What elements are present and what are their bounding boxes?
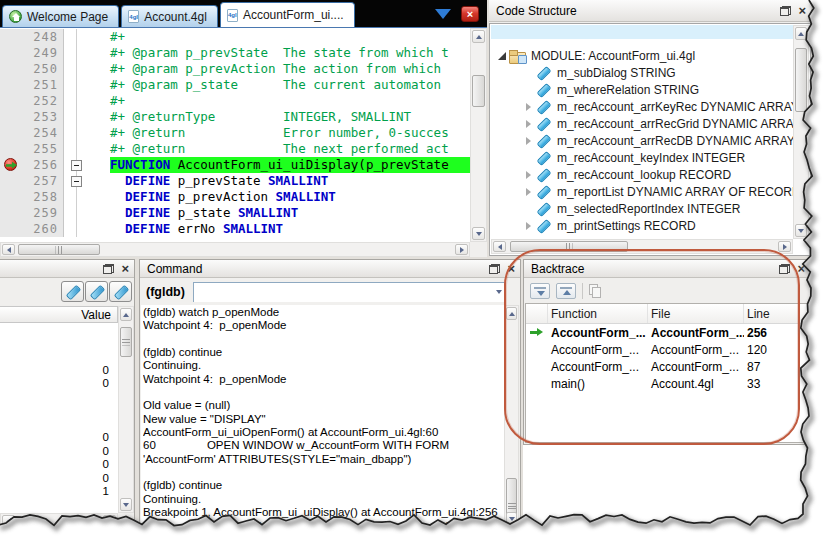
scroll-right-icon[interactable] bbox=[455, 244, 468, 255]
tree-item[interactable]: m_recAccount_arrRecGrid DYNAMIC ARRAY ( bbox=[491, 115, 793, 132]
close-icon[interactable]: × bbox=[121, 264, 129, 274]
code-line[interactable]: 250#+ @param p_prevAction The action fro… bbox=[0, 61, 470, 77]
watch-value-cell[interactable]: 0 bbox=[0, 431, 118, 445]
code-cell[interactable]: #+ @param p_prevState The state from whi… bbox=[84, 45, 470, 61]
float-panel-icon[interactable] bbox=[103, 264, 114, 274]
code-line[interactable]: 255#+ @return The next performed act bbox=[0, 141, 470, 157]
scroll-down-icon[interactable] bbox=[120, 498, 132, 511]
code-cell[interactable]: DEFINE p_state SMALLINT bbox=[84, 205, 470, 221]
watch-value-cell[interactable] bbox=[0, 350, 118, 364]
editor-tab[interactable]: Welcome Page bbox=[2, 5, 119, 27]
scroll-down-icon[interactable] bbox=[472, 227, 485, 240]
watch-value-cell[interactable]: 0 bbox=[0, 472, 118, 486]
code-line[interactable]: 252#+ bbox=[0, 93, 470, 109]
watch-value-cell[interactable] bbox=[0, 391, 118, 405]
expand-icon[interactable] bbox=[521, 120, 535, 128]
breakpoint-current-line-icon[interactable] bbox=[4, 158, 17, 171]
watch-value-cell[interactable] bbox=[0, 337, 118, 351]
value-column-header[interactable]: Value bbox=[0, 306, 118, 323]
float-panel-icon[interactable] bbox=[489, 264, 500, 274]
scroll-left-icon[interactable] bbox=[2, 515, 15, 526]
scroll-left-icon[interactable] bbox=[493, 241, 506, 252]
scrollbar-thumb[interactable] bbox=[18, 244, 100, 255]
tree-item[interactable]: m_whereRelation STRING bbox=[491, 81, 793, 98]
code-cell[interactable]: #+ @param p_prevAction The action from w… bbox=[84, 61, 470, 77]
expand-icon[interactable] bbox=[521, 103, 535, 111]
close-icon[interactable]: × bbox=[798, 6, 806, 16]
code-cell[interactable]: #+ bbox=[84, 93, 470, 109]
tree-vertical-scrollbar[interactable] bbox=[793, 25, 809, 239]
watch-value-cell[interactable]: 1 bbox=[0, 485, 118, 499]
command-output[interactable]: (fgldb) watch p_openModeWatchpoint 4: p_… bbox=[143, 306, 504, 528]
code-line[interactable]: 260 DEFINE errNo SMALLINT bbox=[0, 221, 470, 237]
watch-values-list[interactable]: 0000001 bbox=[0, 323, 118, 513]
code-cell[interactable]: #+ @returnType INTEGER, SMALLINT bbox=[84, 109, 470, 125]
code-cell[interactable]: #+ bbox=[84, 29, 470, 45]
tab-list-dropdown-icon[interactable] bbox=[435, 9, 451, 19]
code-editor[interactable]: 248#+249#+ @param p_prevState The state … bbox=[0, 27, 487, 257]
editor-tab[interactable]: 4glAccountForm_ui.... bbox=[220, 2, 355, 27]
fold-toggle[interactable] bbox=[71, 176, 82, 187]
code-cell[interactable]: DEFINE errNo SMALLINT bbox=[84, 221, 470, 237]
tree-item[interactable]: m_recAccount_lookup RECORD bbox=[491, 166, 793, 183]
scroll-right-icon[interactable] bbox=[103, 515, 116, 526]
tree-item[interactable]: m_reportList DYNAMIC ARRAY OF RECORD bbox=[491, 183, 793, 200]
chevron-down-icon[interactable] bbox=[496, 290, 502, 294]
expand-icon[interactable] bbox=[521, 137, 535, 145]
code-structure-tree[interactable]: MODULE: AccountForm_ui.4glm_subDialog ST… bbox=[489, 23, 811, 256]
code-cell[interactable]: #+ @return Error number, 0-succes bbox=[84, 125, 470, 141]
watch-value-cell[interactable] bbox=[0, 418, 118, 432]
fold-toggle[interactable] bbox=[71, 160, 82, 171]
tree-selected-row[interactable] bbox=[491, 25, 793, 39]
scrollbar-thumb[interactable] bbox=[120, 327, 132, 357]
watch-value-cell[interactable]: 0 bbox=[0, 458, 118, 472]
scroll-right-icon[interactable] bbox=[778, 241, 791, 252]
tree-item[interactable]: m_subDialog STRING bbox=[491, 64, 793, 81]
editor-tab[interactable]: 4glAccount.4gl bbox=[121, 5, 218, 27]
expand-icon[interactable] bbox=[521, 188, 535, 196]
watch-value-cell[interactable]: 0 bbox=[0, 377, 118, 391]
scroll-up-icon[interactable] bbox=[120, 308, 132, 321]
tree-item[interactable]: MODULE: AccountForm_ui.4gl bbox=[491, 47, 793, 64]
code-area[interactable]: 248#+249#+ @param p_prevState The state … bbox=[0, 29, 470, 242]
scroll-down-icon[interactable] bbox=[506, 512, 517, 525]
code-line[interactable]: 257 DEFINE p_prevState SMALLINT bbox=[0, 173, 470, 189]
tree-item[interactable]: m_recAccount_arrKeyRec DYNAMIC ARRAY C bbox=[491, 98, 793, 115]
float-panel-icon[interactable] bbox=[780, 6, 791, 16]
watch-value-cell[interactable]: 0 bbox=[0, 445, 118, 459]
code-cell[interactable]: #+ @param p_state The current automaton bbox=[84, 77, 470, 93]
code-cell[interactable]: DEFINE p_prevAction SMALLINT bbox=[84, 189, 470, 205]
code-line[interactable]: 258 DEFINE p_prevAction SMALLINT bbox=[0, 189, 470, 205]
tree-item[interactable]: m_recAccount_keyIndex INTEGER bbox=[491, 149, 793, 166]
watch-value-cell[interactable] bbox=[0, 404, 118, 418]
editor-vertical-scrollbar[interactable] bbox=[470, 28, 487, 242]
edit-watch-button[interactable] bbox=[61, 281, 84, 302]
close-document-button[interactable]: × bbox=[461, 6, 479, 22]
code-line[interactable]: 259 DEFINE p_state SMALLINT bbox=[0, 205, 470, 221]
expand-icon[interactable] bbox=[521, 222, 535, 230]
collapse-icon[interactable] bbox=[495, 52, 509, 60]
code-line[interactable]: 251#+ @param p_state The current automat… bbox=[0, 77, 470, 93]
code-line[interactable]: 249#+ @param p_prevState The state from … bbox=[0, 45, 470, 61]
code-line[interactable]: 256FUNCTION AccountForm_ui_uiDisplay(p_p… bbox=[0, 157, 470, 173]
scrollbar-thumb[interactable] bbox=[472, 75, 485, 107]
code-cell[interactable]: FUNCTION AccountForm_ui_uiDisplay(p_prev… bbox=[84, 157, 470, 173]
command-input-combobox[interactable] bbox=[193, 282, 505, 302]
tree-item[interactable]: m_printSettings RECORD bbox=[491, 217, 793, 234]
watch-value-cell[interactable] bbox=[0, 323, 118, 337]
tree-item[interactable]: m_recAccount_arrRecDB DYNAMIC ARRAY O bbox=[491, 132, 793, 149]
close-icon[interactable]: × bbox=[797, 264, 805, 274]
scroll-up-icon[interactable] bbox=[472, 30, 485, 43]
scroll-up-icon[interactable] bbox=[795, 27, 807, 40]
code-cell[interactable]: DEFINE p_prevState SMALLINT bbox=[84, 173, 470, 189]
edit-watch-button[interactable] bbox=[85, 281, 108, 302]
command-input[interactable] bbox=[194, 284, 504, 302]
scrollbar-thumb[interactable] bbox=[795, 48, 807, 112]
watch-vertical-scrollbar[interactable] bbox=[118, 306, 134, 513]
editor-horizontal-scrollbar[interactable] bbox=[0, 242, 470, 257]
scroll-down-icon[interactable] bbox=[795, 224, 807, 237]
watch-value-cell[interactable]: 0 bbox=[0, 364, 118, 378]
expand-icon[interactable] bbox=[521, 171, 535, 179]
watch-horizontal-scrollbar[interactable] bbox=[0, 513, 118, 528]
scroll-left-icon[interactable] bbox=[2, 244, 15, 255]
